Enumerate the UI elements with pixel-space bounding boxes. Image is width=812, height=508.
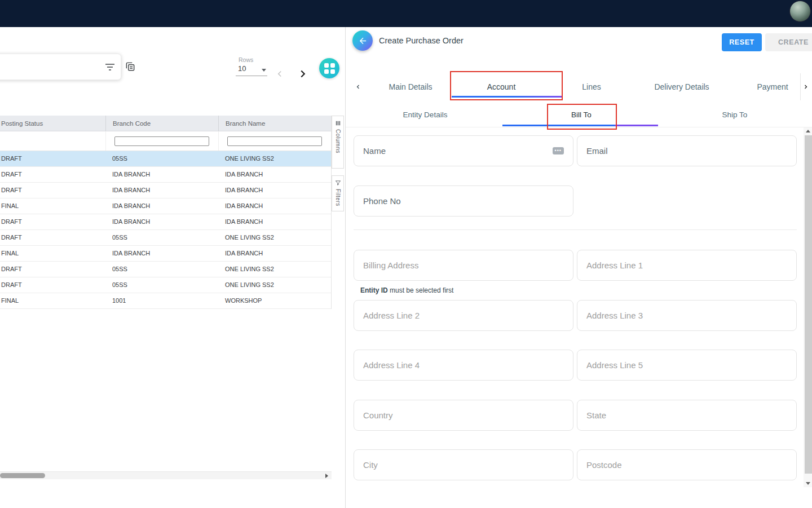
country-field[interactable]: Country (354, 400, 573, 431)
user-avatar[interactable] (789, 1, 811, 22)
branch-name-filter-input[interactable] (227, 136, 322, 146)
cell-posting-status: DRAFT (0, 214, 105, 229)
tab-lines[interactable]: Lines (552, 73, 631, 100)
table-row[interactable]: FINAL IDA BRANCH IDA BRANCH (0, 246, 331, 262)
email-field-label: Email (586, 146, 608, 156)
scroll-right-arrow-icon[interactable] (325, 474, 328, 478)
rows-per-page-select[interactable]: 10 (236, 64, 267, 76)
cell-branch-name: WORKSHOP (218, 293, 332, 308)
cell-branch-code: 05SS (105, 262, 218, 277)
active-subtab-indicator (502, 125, 658, 126)
helper-rest: must be selected first (388, 286, 454, 294)
table-row[interactable]: DRAFT 05SS ONE LIVING SS2 (0, 277, 331, 293)
table-row[interactable]: DRAFT IDA BRANCH IDA BRANCH (0, 167, 331, 183)
table-row[interactable]: DRAFT 05SS ONE LIVING SS2 (0, 230, 331, 246)
subtab-entity-details[interactable]: Entity Details (355, 103, 496, 127)
column-header-branch-code[interactable]: Branch Code (105, 116, 218, 131)
scroll-down-arrow-icon[interactable] (806, 482, 810, 485)
table-row[interactable]: DRAFT 05SS ONE LIVING SS2 (0, 262, 331, 277)
cell-posting-status: FINAL (0, 198, 105, 214)
horizontal-scrollbar[interactable] (0, 471, 332, 479)
cell-branch-code: IDA BRANCH (105, 198, 218, 214)
cell-posting-status: DRAFT (0, 277, 105, 293)
columns-panel-label: Columns (335, 129, 341, 153)
scrollbar-thumb[interactable] (805, 135, 812, 474)
column-header-branch-name[interactable]: Branch Name (218, 116, 332, 131)
vertical-scrollbar[interactable] (804, 127, 812, 487)
name-field[interactable]: Name ••• (354, 135, 573, 166)
cell-branch-code: IDA BRANCH (105, 214, 218, 229)
tab-delivery-details[interactable]: Delivery Details (642, 73, 721, 100)
phone-field[interactable]: Phone No (354, 185, 573, 217)
cell-branch-name: ONE LIVING SS2 (218, 262, 332, 277)
tabs-scroll-right-button[interactable] (802, 82, 809, 94)
subtab-ship-to[interactable]: Ship To (664, 103, 805, 127)
subtab-bill-to[interactable]: Bill To (511, 103, 652, 127)
cell-branch-code: IDA BRANCH (105, 246, 218, 261)
billing-address-field[interactable]: Billing Address (354, 250, 573, 281)
account-subtab-bar: Entity Details Bill To Ship To (346, 103, 812, 127)
table-row[interactable]: FINAL 1001 WORKSHOP (0, 293, 331, 309)
form-tab-bar: Main Details Account Lines Delivery Deta… (346, 73, 812, 100)
tab-nav-divider (800, 73, 801, 100)
scrollbar-thumb[interactable] (0, 473, 45, 478)
column-header-posting-status[interactable]: Posting Status (0, 116, 105, 131)
table-row[interactable]: DRAFT IDA BRANCH IDA BRANCH (0, 214, 331, 230)
previous-page-button[interactable] (275, 69, 285, 81)
ellipsis-icon[interactable]: ••• (553, 147, 564, 154)
cell-posting-status: DRAFT (0, 151, 105, 166)
create-purchase-order-panel: Create Purchase Order RESET CREATE Main … (345, 27, 812, 508)
columns-icon (335, 120, 341, 126)
cell-branch-code: 05SS (105, 230, 218, 245)
cell-posting-status: FINAL (0, 293, 105, 308)
tab-main-details[interactable]: Main Details (371, 73, 450, 100)
address-line-3-field[interactable]: Address Line 3 (577, 300, 797, 331)
cell-posting-status: DRAFT (0, 183, 105, 198)
arrow-back-icon (358, 36, 368, 46)
tabs-scroll-left-button[interactable] (355, 82, 361, 94)
top-bar (0, 0, 812, 27)
data-table: Posting Status Branch Code Branch Name D… (0, 116, 332, 309)
address-line-2-placeholder: Address Line 2 (363, 311, 420, 320)
address-line-5-field[interactable]: Address Line 5 (577, 350, 797, 381)
state-placeholder: State (586, 410, 606, 420)
cell-branch-code: 05SS (105, 151, 218, 166)
page-title: Create Purchase Order (379, 36, 464, 45)
entity-id-helper-text: Entity ID must be selected first (360, 286, 453, 294)
next-page-button[interactable] (297, 68, 309, 82)
apps-grid-button[interactable] (319, 58, 339, 78)
email-field[interactable]: Email (577, 135, 797, 166)
table-row[interactable]: FINAL IDA BRANCH IDA BRANCH (0, 198, 331, 214)
table-row[interactable]: DRAFT IDA BRANCH IDA BRANCH (0, 183, 331, 198)
cell-posting-status: DRAFT (0, 230, 105, 245)
branch-code-filter-input[interactable] (114, 136, 209, 146)
address-line-4-field[interactable]: Address Line 4 (354, 350, 573, 381)
search-box[interactable] (0, 54, 121, 80)
city-field[interactable]: City (354, 449, 573, 480)
back-button[interactable] (352, 30, 373, 51)
postcode-field[interactable]: Postcode (577, 449, 797, 480)
caret-down-icon (262, 69, 266, 72)
create-button[interactable]: CREATE (765, 33, 812, 51)
table-row[interactable]: DRAFT 05SS ONE LIVING SS2 (0, 151, 331, 167)
filters-panel-tab[interactable]: Filters (332, 175, 344, 211)
state-field[interactable]: State (577, 400, 797, 431)
cell-branch-name: IDA BRANCH (218, 167, 332, 182)
scroll-up-arrow-icon[interactable] (806, 130, 810, 132)
helper-bold: Entity ID (360, 286, 388, 294)
phone-field-label: Phone No (363, 196, 401, 206)
filters-panel-label: Filters (335, 189, 341, 206)
rows-per-page-value: 10 (238, 64, 246, 73)
cell-posting-status: FINAL (0, 246, 105, 261)
filter-list-icon[interactable] (105, 63, 115, 73)
cell-posting-status: DRAFT (0, 262, 105, 277)
purchase-order-list-panel: Rows 10 Posting Status Branch Code Branc… (0, 27, 345, 508)
cell-branch-name: ONE LIVING SS2 (218, 230, 332, 245)
address-line-1-field[interactable]: Address Line 1 (577, 250, 797, 281)
address-line-2-field[interactable]: Address Line 2 (354, 300, 573, 331)
reset-button[interactable]: RESET (722, 33, 762, 51)
columns-panel-tab[interactable]: Columns (332, 116, 344, 169)
postcode-placeholder: Postcode (586, 460, 622, 470)
cell-branch-code: IDA BRANCH (105, 167, 218, 182)
copy-icon[interactable] (125, 61, 136, 74)
